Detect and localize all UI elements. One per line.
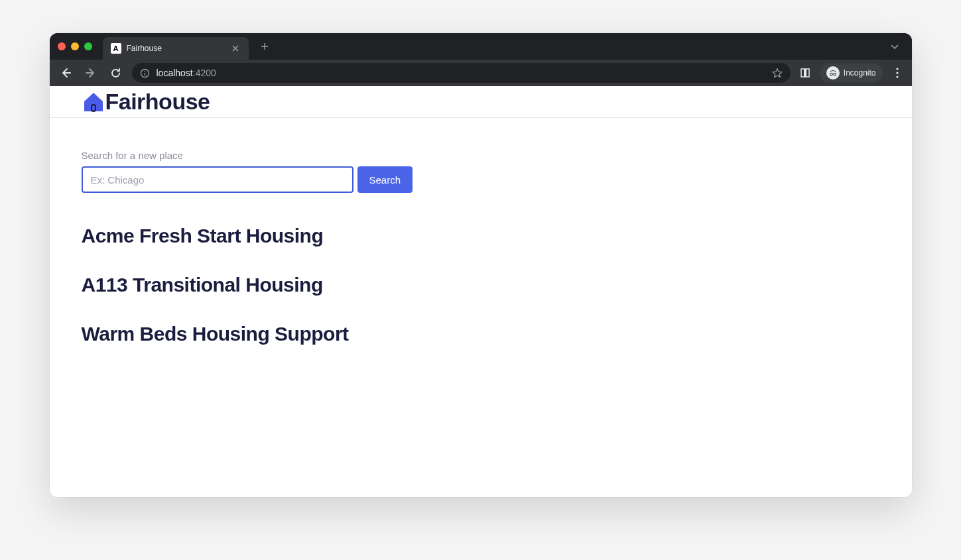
main-content: Search for a new place Search Acme Fresh… xyxy=(50,118,912,377)
address-bar[interactable]: localhost:4200 xyxy=(132,63,791,83)
extensions-icon xyxy=(800,68,810,78)
info-icon xyxy=(140,68,150,78)
svg-point-4 xyxy=(896,68,898,70)
url-text: localhost:4200 xyxy=(157,68,765,78)
reload-icon xyxy=(110,68,121,79)
brand-name: Fairhouse xyxy=(105,89,210,115)
kebab-menu-icon xyxy=(896,68,899,78)
svg-rect-3 xyxy=(804,69,806,77)
app-header: Fairhouse xyxy=(50,86,912,118)
listing-item: Acme Fresh Start Housing xyxy=(82,225,880,247)
url-port: :4200 xyxy=(193,68,216,78)
brand-logo[interactable]: Fairhouse xyxy=(82,89,210,115)
arrow-left-icon xyxy=(60,67,72,79)
window-close-button[interactable] xyxy=(58,42,66,50)
incognito-icon xyxy=(826,66,840,80)
search-input[interactable] xyxy=(82,166,353,193)
tab-favicon: A xyxy=(111,43,121,54)
reload-button[interactable] xyxy=(107,64,125,82)
svg-point-6 xyxy=(896,76,898,78)
menu-button[interactable] xyxy=(889,65,905,81)
house-icon xyxy=(82,90,105,114)
extensions-button[interactable] xyxy=(797,65,813,81)
browser-window: A Fairhouse xyxy=(50,33,912,497)
tab-bar: A Fairhouse xyxy=(50,33,912,60)
star-icon[interactable] xyxy=(772,68,783,78)
svg-point-1 xyxy=(144,70,145,72)
listing-item: A113 Transitional Housing xyxy=(82,274,880,296)
forward-button[interactable] xyxy=(82,64,100,82)
plus-icon xyxy=(261,42,269,50)
close-icon xyxy=(232,45,239,52)
svg-point-5 xyxy=(896,72,898,74)
listing-item: Warm Beds Housing Support xyxy=(82,323,880,345)
window-controls xyxy=(58,42,92,50)
window-maximize-button[interactable] xyxy=(84,42,92,50)
url-host: localhost xyxy=(157,68,193,78)
page-content: Fairhouse Search for a new place Search … xyxy=(50,86,912,497)
tabs-dropdown-button[interactable] xyxy=(885,38,904,55)
search-label: Search for a new place xyxy=(82,150,880,161)
tab-close-button[interactable] xyxy=(230,43,241,54)
incognito-badge[interactable]: Incognito xyxy=(820,64,883,82)
listings: Acme Fresh Start Housing A113 Transition… xyxy=(82,225,880,345)
chevron-down-icon xyxy=(891,44,899,50)
search-section: Search for a new place Search xyxy=(82,150,880,193)
search-button[interactable]: Search xyxy=(357,166,413,193)
browser-tab[interactable]: A Fairhouse xyxy=(103,37,249,60)
new-tab-button[interactable] xyxy=(255,37,274,56)
toolbar: localhost:4200 Incognito xyxy=(50,60,912,86)
browser-chrome: A Fairhouse xyxy=(50,33,912,86)
search-row: Search xyxy=(82,166,880,193)
incognito-label: Incognito xyxy=(844,68,876,78)
back-button[interactable] xyxy=(56,64,75,82)
window-minimize-button[interactable] xyxy=(71,42,79,50)
tab-title: Fairhouse xyxy=(127,44,225,53)
arrow-right-icon xyxy=(85,67,97,79)
